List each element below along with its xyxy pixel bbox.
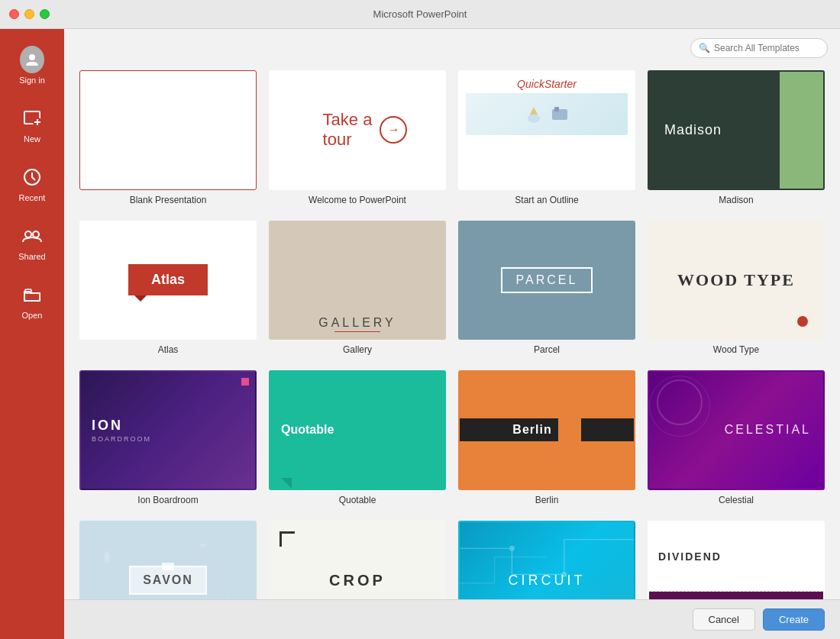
tour-label: Welcome to PowerPoint [309, 195, 406, 205]
svg-point-6 [25, 231, 31, 237]
crop-thumb: CROP [269, 521, 446, 599]
qs-title: QuickStarter [517, 78, 577, 90]
template-madison[interactable]: Madison Madison [648, 70, 825, 205]
sidebar-item-open[interactable]: Open [0, 272, 64, 331]
avatar-icon [20, 47, 44, 72]
ion-title: ION [92, 418, 123, 434]
blank-thumb [79, 70, 257, 190]
sidebar-item-new[interactable]: New [0, 95, 64, 154]
gallery-line [334, 331, 381, 332]
sidebar-item-shared[interactable]: Shared [0, 213, 64, 272]
gallery-title-wrap: GALLERY [318, 316, 396, 332]
berlin-band: Berlin [460, 418, 634, 441]
quotable-text: Quotable [281, 423, 334, 437]
template-quickstarter[interactable]: QuickStarter [458, 70, 635, 205]
template-berlin[interactable]: Berlin Berlin [458, 370, 635, 505]
madison-label: Madison [719, 195, 753, 205]
templates-area: Blank Presentation Take a tour → Welcome… [64, 58, 840, 599]
tour-text2: tour [323, 130, 352, 150]
ion-accent [241, 378, 249, 386]
dividend-bottom [649, 592, 823, 599]
circuit-thumb: CIRCUIT [458, 521, 635, 599]
template-celestial[interactable]: CELESTIAL Celestial [648, 370, 825, 505]
circuit-text: CIRCUIT [509, 573, 586, 589]
madison-green-bar [780, 72, 823, 189]
sidebar-item-recent[interactable]: Recent [0, 154, 64, 213]
savon-text: SAVON [143, 573, 193, 586]
template-savon[interactable]: SAVON Savon [79, 521, 257, 599]
shared-label: Shared [18, 252, 45, 261]
template-quotable[interactable]: Quotable Quotable [269, 370, 446, 505]
template-blank[interactable]: Blank Presentation [79, 70, 257, 205]
content-area: 🔍 Blank Presentation Take a tour [64, 29, 840, 639]
quotable-thumb: Quotable [269, 370, 446, 490]
quotable-notch [281, 478, 292, 489]
celestial-thumb: CELESTIAL [648, 370, 825, 490]
qs-image-area [466, 93, 628, 135]
quickstarter-label: Start an Outline [515, 195, 578, 205]
berlin-label: Berlin [535, 495, 559, 505]
quickstarter-thumb: QuickStarter [458, 70, 635, 190]
dividend-thumb: DIVIDEND [648, 521, 825, 599]
template-ion[interactable]: ION BOARDROOM Ion Boardroom [79, 370, 257, 505]
ion-subtitle: BOARDROOM [92, 435, 151, 443]
blank-label: Blank Presentation [130, 195, 207, 205]
savon-tab [162, 563, 174, 570]
maximize-button[interactable] [40, 9, 50, 19]
template-woodtype[interactable]: WOOD TYPE Wood Type [648, 221, 825, 356]
minimize-button[interactable] [24, 9, 34, 19]
savon-thumb: SAVON [79, 521, 257, 599]
template-crop[interactable]: CROP Crop [269, 521, 446, 599]
dividend-top: DIVIDEND [649, 522, 823, 592]
search-bar[interactable]: 🔍 [690, 38, 828, 58]
berlin-text: Berlin [512, 423, 551, 437]
signin-label: Sign in [19, 76, 45, 85]
main-layout: Sign in New Recent [0, 29, 840, 639]
search-input[interactable] [714, 43, 819, 53]
atlas-badge: Atlas [128, 264, 208, 295]
recent-icon [20, 165, 44, 189]
search-icon: 🔍 [699, 43, 710, 53]
savon-frame: SAVON [129, 566, 207, 595]
svg-marker-10 [530, 107, 538, 115]
template-atlas[interactable]: Atlas Atlas [79, 221, 257, 356]
sidebar: Sign in New Recent [0, 29, 64, 639]
svg-rect-12 [554, 107, 559, 111]
svg-point-9 [528, 114, 540, 123]
recent-label: Recent [19, 193, 46, 202]
close-button[interactable] [9, 9, 19, 19]
dividend-text: DIVIDEND [658, 550, 722, 563]
window-title: Microsoft PowerPoint [373, 8, 467, 20]
ion-label: Ion Boardroom [137, 495, 198, 505]
atlas-text: Atlas [151, 272, 185, 287]
parcel-thumb: PARCEL [458, 221, 635, 340]
cancel-button[interactable]: Cancel [693, 608, 755, 631]
svg-point-18 [509, 546, 515, 551]
tour-arrow-icon: → [380, 116, 407, 144]
crop-corner-tl [279, 531, 295, 547]
madison-text: Madison [649, 122, 722, 138]
woodtype-label: Wood Type [713, 344, 759, 355]
svg-point-0 [29, 54, 35, 60]
template-gallery[interactable]: GALLERY Gallery [269, 221, 446, 356]
template-circuit[interactable]: CIRCUIT Circuit [458, 521, 635, 599]
template-dividend[interactable]: DIVIDEND Dividend [648, 521, 825, 599]
create-button[interactable]: Create [763, 608, 825, 631]
berlin-thumb: Berlin [458, 370, 635, 490]
search-bar-area: 🔍 [64, 29, 840, 58]
gallery-label: Gallery [343, 344, 372, 355]
crop-text: CROP [329, 572, 386, 589]
svg-point-7 [33, 231, 39, 237]
madison-thumb: Madison [648, 70, 825, 190]
new-label: New [24, 134, 40, 144]
tour-thumb: Take a tour → [269, 70, 446, 190]
celestial-label: Celestial [719, 495, 754, 505]
woodtype-thumb: WOOD TYPE [648, 221, 825, 340]
template-parcel[interactable]: PARCEL Parcel [458, 221, 635, 356]
template-tour[interactable]: Take a tour → Welcome to PowerPoint [269, 70, 446, 205]
open-icon [20, 282, 44, 307]
sidebar-item-signin[interactable]: Sign in [0, 37, 64, 95]
svg-rect-11 [552, 109, 567, 120]
bottom-bar: Cancel Create [64, 599, 840, 639]
celestial-text: CELESTIAL [725, 423, 811, 437]
